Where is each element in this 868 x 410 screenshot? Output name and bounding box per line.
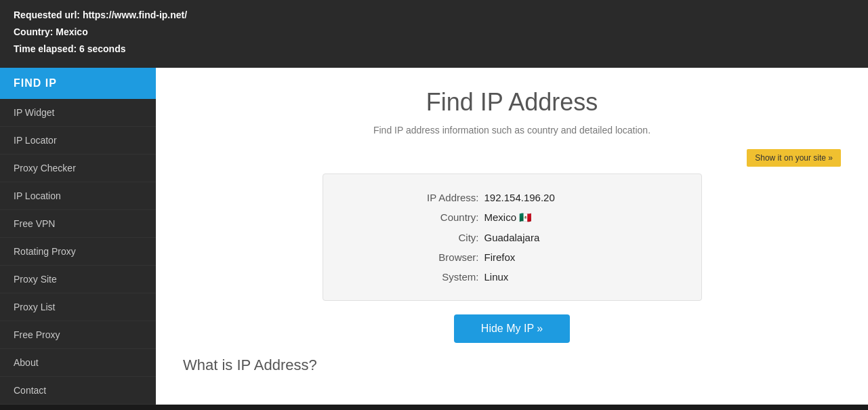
sidebar-item-proxy-site[interactable]: Proxy Site bbox=[0, 266, 156, 293]
sidebar-header: FIND IP bbox=[0, 68, 156, 99]
what-is-section: What is IP Address? bbox=[183, 356, 841, 374]
ip-info-label: Browser: bbox=[405, 251, 479, 263]
sidebar-item-free-proxy[interactable]: Free Proxy bbox=[0, 321, 156, 349]
ip-info-value: Mexico 🇲🇽 bbox=[484, 211, 620, 224]
country-value: Mexico bbox=[56, 26, 87, 37]
page-title: Find IP Address bbox=[183, 88, 841, 117]
sidebar-item-free-vpn[interactable]: Free VPN bbox=[0, 210, 156, 238]
ip-info-row: Browser:Firefox bbox=[350, 247, 674, 267]
ip-info-value: Firefox bbox=[484, 251, 620, 263]
ip-info-box: IP Address:192.154.196.20Country:Mexico … bbox=[323, 173, 702, 301]
requested-url-label: Requested url: bbox=[14, 9, 80, 20]
main-container: FIND IP IP WidgetIP LocatorProxy Checker… bbox=[0, 68, 868, 405]
ip-info-value: 192.154.196.20 bbox=[484, 192, 620, 203]
sidebar-item-contact[interactable]: Contact bbox=[0, 377, 156, 405]
time-label: Time elapsed: bbox=[14, 43, 77, 54]
ip-info-row: Country:Mexico 🇲🇽 bbox=[350, 207, 674, 228]
sidebar-item-ip-widget[interactable]: IP Widget bbox=[0, 99, 156, 127]
what-is-title: What is IP Address? bbox=[183, 356, 841, 374]
ip-info-label: System: bbox=[405, 271, 479, 283]
country-line: Country: Mexico bbox=[14, 24, 854, 41]
sidebar: FIND IP IP WidgetIP LocatorProxy Checker… bbox=[0, 68, 156, 405]
show-on-site-button[interactable]: Show it on your site » bbox=[747, 149, 841, 167]
requested-url-value: https://www.find-ip.net/ bbox=[83, 9, 187, 20]
sidebar-item-proxy-checker[interactable]: Proxy Checker bbox=[0, 155, 156, 182]
hide-my-ip-button[interactable]: Hide My IP » bbox=[454, 314, 570, 343]
sidebar-item-proxy-list[interactable]: Proxy List bbox=[0, 293, 156, 321]
time-line: Time elapsed: 6 seconds bbox=[14, 41, 854, 58]
sidebar-item-rotating-proxy[interactable]: Rotating Proxy bbox=[0, 238, 156, 266]
country-label: Country: bbox=[14, 26, 53, 37]
ip-info-row: System:Linux bbox=[350, 267, 674, 287]
page-subtitle: Find IP address information such as coun… bbox=[183, 125, 841, 136]
sidebar-item-ip-location[interactable]: IP Location bbox=[0, 182, 156, 210]
ip-info-row: IP Address:192.154.196.20 bbox=[350, 188, 674, 207]
requested-url-line: Requested url: https://www.find-ip.net/ bbox=[14, 7, 854, 24]
main-content: Find IP Address Find IP address informat… bbox=[156, 68, 868, 405]
top-bar: Requested url: https://www.find-ip.net/ … bbox=[0, 0, 868, 68]
ip-info-label: IP Address: bbox=[405, 192, 479, 203]
ip-info-label: Country: bbox=[405, 211, 479, 224]
sidebar-item-ip-locator[interactable]: IP Locator bbox=[0, 127, 156, 155]
time-value: 6 seconds bbox=[79, 43, 125, 54]
ip-info-label: City: bbox=[405, 232, 479, 243]
ip-info-value: Linux bbox=[484, 271, 620, 283]
sidebar-item-about[interactable]: About bbox=[0, 349, 156, 377]
ip-info-value: Guadalajara bbox=[484, 232, 620, 243]
ip-info-row: City:Guadalajara bbox=[350, 228, 674, 247]
